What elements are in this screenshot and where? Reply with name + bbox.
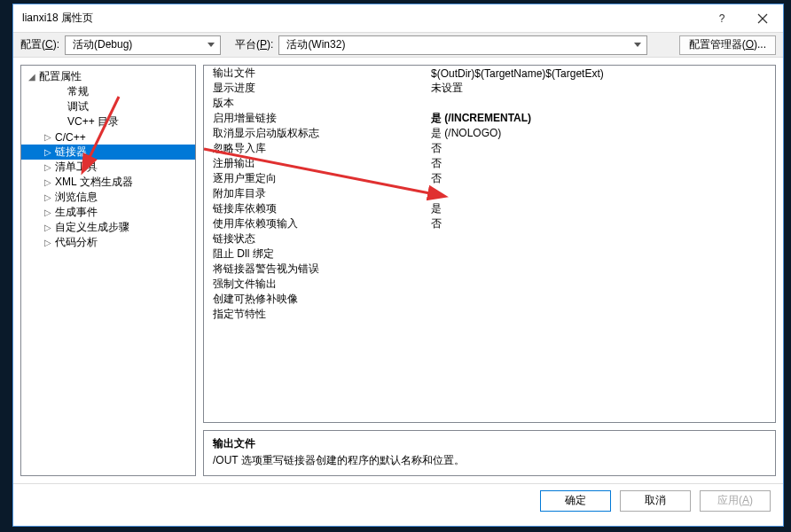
config-value: 活动(Debug) — [73, 37, 132, 52]
tree-item[interactable]: ▷浏览信息 — [21, 190, 195, 205]
property-label: 将链接器警告视为错误 — [204, 262, 431, 277]
expander-icon: ▷ — [43, 223, 53, 233]
property-row[interactable]: 取消显示启动版权标志是 (/NOLOGO) — [204, 126, 775, 141]
config-toolbar: 配置(C): 活动(Debug) 平台(P): 活动(Win32) 配置管理器(… — [13, 33, 783, 58]
property-value: 否 — [431, 156, 775, 171]
property-row[interactable]: 链接库依赖项是 — [204, 201, 775, 216]
property-row[interactable]: 强制文件输出 — [204, 277, 775, 292]
expander-icon: ▷ — [43, 132, 53, 143]
description-title: 输出文件 — [213, 436, 766, 451]
property-label: 指定节特性 — [204, 307, 431, 322]
property-label: 注册输出 — [204, 156, 431, 171]
tree-item[interactable]: ▷清单工具 — [21, 160, 195, 175]
tree-item[interactable]: ▷XML 文档生成器 — [21, 175, 195, 190]
platform-dropdown[interactable]: 活动(Win32) — [278, 35, 647, 55]
tree-item[interactable]: ▷自定义生成步骤 — [21, 220, 195, 235]
property-label: 忽略导入库 — [204, 141, 431, 156]
expander-icon: ▷ — [43, 177, 53, 188]
property-label: 逐用户重定向 — [204, 171, 431, 186]
tree-item-label: 代码分析 — [55, 235, 98, 250]
property-row[interactable]: 链接状态 — [204, 231, 775, 246]
tree-item[interactable]: 调试 — [21, 99, 195, 114]
tree-item-label: 生成事件 — [55, 205, 98, 220]
property-label: 阻止 Dll 绑定 — [204, 246, 431, 262]
property-value: 否 — [431, 141, 775, 156]
description-box: 输出文件 /OUT 选项重写链接器创建的程序的默认名称和位置。 — [203, 430, 776, 476]
tree-item[interactable]: ▷C/C++ — [21, 129, 195, 145]
property-row[interactable]: 启用增量链接是 (/INCREMENTAL) — [204, 111, 775, 126]
property-value: 是 — [431, 201, 775, 216]
description-text: /OUT 选项重写链接器创建的程序的默认名称和位置。 — [213, 453, 766, 468]
ok-button[interactable]: 确定 — [540, 490, 611, 512]
platform-value: 活动(Win32) — [286, 37, 345, 52]
property-label: 版本 — [204, 96, 431, 111]
property-row[interactable]: 使用库依赖项输入否 — [204, 216, 775, 231]
chevron-down-icon — [208, 43, 215, 47]
property-label: 链接库依赖项 — [204, 201, 431, 216]
tree-item-label: 链接器 — [55, 145, 87, 160]
tree-pane[interactable]: ◢ 配置属性 常规调试VC++ 目录▷C/C++▷链接器▷清单工具▷XML 文档… — [20, 65, 196, 476]
expander-icon: ▷ — [43, 238, 53, 248]
expander-icon: ◢ — [27, 72, 37, 82]
property-label: 使用库依赖项输入 — [204, 216, 431, 231]
tree-item[interactable]: ▷链接器 — [21, 145, 195, 160]
tree-item[interactable]: ▷生成事件 — [21, 205, 195, 220]
expander-icon — [55, 117, 66, 128]
tree-item-label: 常规 — [67, 84, 89, 99]
property-label: 输出文件 — [204, 66, 431, 81]
property-row[interactable]: 逐用户重定向否 — [204, 171, 775, 186]
titlebar-actions: ? — [701, 4, 783, 33]
property-row[interactable]: 将链接器警告视为错误 — [204, 262, 775, 277]
window-title: lianxi18 属性页 — [22, 11, 701, 26]
config-manager-button[interactable]: 配置管理器(O)... — [679, 35, 776, 55]
tree-item-label: 配置属性 — [39, 69, 82, 84]
property-label: 附加库目录 — [204, 186, 431, 201]
property-row[interactable]: 输出文件$(OutDir)$(TargetName)$(TargetExt) — [204, 66, 775, 81]
tree-item-label: 清单工具 — [55, 160, 98, 175]
property-row[interactable]: 指定节特性 — [204, 307, 775, 322]
property-value: 是 (/NOLOGO) — [431, 126, 775, 141]
property-row[interactable]: 附加库目录 — [204, 186, 775, 201]
cancel-button[interactable]: 取消 — [620, 490, 691, 512]
dialog-body: ◢ 配置属性 常规调试VC++ 目录▷C/C++▷链接器▷清单工具▷XML 文档… — [13, 58, 783, 483]
property-value: 是 (/INCREMENTAL) — [431, 111, 775, 126]
titlebar: lianxi18 属性页 ? — [13, 4, 783, 33]
tree-item[interactable]: 常规 — [21, 84, 195, 99]
property-row[interactable]: 版本 — [204, 96, 775, 111]
expander-icon — [55, 102, 66, 113]
property-label: 链接状态 — [204, 231, 431, 246]
property-value: $(OutDir)$(TargetName)$(TargetExt) — [431, 67, 775, 80]
property-row[interactable]: 忽略导入库否 — [204, 141, 775, 156]
platform-label: 平台(P): — [235, 37, 273, 52]
tree-item-label: 自定义生成步骤 — [55, 220, 129, 235]
property-label: 创建可热修补映像 — [204, 292, 431, 307]
tree-item-label: 浏览信息 — [55, 190, 98, 205]
chevron-down-icon — [634, 43, 641, 47]
tree-root[interactable]: ◢ 配置属性 — [21, 69, 195, 84]
property-row[interactable]: 创建可热修补映像 — [204, 292, 775, 307]
tree-item[interactable]: VC++ 目录 — [21, 114, 195, 129]
tree-item-label: XML 文档生成器 — [55, 175, 133, 190]
property-dialog: lianxi18 属性页 ? 配置(C): 活动(Debug) 平台(P): 活… — [12, 4, 784, 527]
apply-button[interactable]: 应用(A) — [700, 490, 771, 512]
tree-item-label: 调试 — [67, 99, 89, 114]
property-row[interactable]: 注册输出否 — [204, 156, 775, 171]
expander-icon: ▷ — [43, 207, 53, 218]
property-grid[interactable]: 输出文件$(OutDir)$(TargetName)$(TargetExt)显示… — [203, 65, 776, 423]
tree-item-label: VC++ 目录 — [67, 114, 119, 129]
property-row[interactable]: 阻止 Dll 绑定 — [204, 246, 775, 262]
help-button[interactable]: ? — [701, 4, 742, 33]
close-icon — [757, 13, 768, 24]
property-value: 否 — [431, 216, 775, 231]
property-value: 未设置 — [431, 81, 775, 96]
expander-icon: ▷ — [43, 192, 53, 203]
property-value: 否 — [431, 171, 775, 186]
content-pane: 输出文件$(OutDir)$(TargetName)$(TargetExt)显示… — [203, 65, 776, 476]
close-button[interactable] — [742, 4, 783, 33]
property-label: 取消显示启动版权标志 — [204, 126, 431, 141]
tree-item-label: C/C++ — [55, 131, 86, 144]
property-row[interactable]: 显示进度未设置 — [204, 81, 775, 96]
tree-item[interactable]: ▷代码分析 — [21, 235, 195, 250]
expander-icon — [55, 87, 66, 98]
config-dropdown[interactable]: 活动(Debug) — [65, 35, 221, 55]
